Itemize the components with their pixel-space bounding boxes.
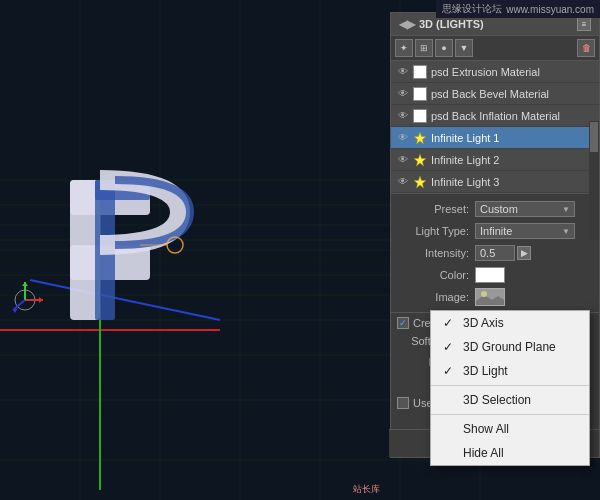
panel-collapse-btn[interactable]: ◀▶ [399, 18, 415, 31]
layer-item-1[interactable]: 👁 psd Back Bevel Material [391, 83, 599, 105]
create-shadows-checkbox[interactable]: ✓ [397, 317, 409, 329]
ctx-item-0[interactable]: ✓ 3D Axis [431, 311, 589, 335]
image-label: Image: [397, 291, 469, 303]
context-menu: ✓ 3D Axis ✓ 3D Ground Plane ✓ 3D Light 3… [430, 310, 590, 466]
ctx-item-1[interactable]: ✓ 3D Ground Plane [431, 335, 589, 359]
ctx-label-5: Hide All [463, 446, 504, 460]
layer-thumb-2 [413, 109, 427, 123]
layer-item-3[interactable]: 👁 Infinite Light 1 [391, 127, 599, 149]
ctx-label-2: 3D Light [463, 364, 508, 378]
ctx-item-2[interactable]: ✓ 3D Light [431, 359, 589, 383]
layer-name-5: Infinite Light 3 [431, 176, 595, 188]
svg-point-45 [481, 291, 487, 297]
lights-toolbar: ✦ ⊞ ● ▼ 🗑 [391, 36, 599, 61]
visibility-icon-2[interactable]: 👁 [395, 108, 411, 124]
color-row: Color: [391, 264, 599, 286]
light-icon-4 [413, 153, 427, 167]
point-light-btn[interactable]: ● [435, 39, 453, 57]
intensity-control: ▶ [475, 245, 531, 261]
corner-watermark-text: 站长库 [353, 484, 380, 494]
scroll-bar[interactable] [589, 121, 599, 241]
color-swatch[interactable] [475, 267, 505, 283]
spot-light-btn[interactable]: ▼ [455, 39, 473, 57]
ctx-item-5[interactable]: Hide All [431, 441, 589, 465]
image-row: Image: [391, 286, 599, 308]
watermark-text2: www.missyuan.com [506, 4, 594, 15]
svg-marker-41 [414, 132, 426, 144]
properties-section: Preset: Custom ▼ Light Type: Infinite ▼ … [391, 194, 599, 312]
intensity-increase-btn[interactable]: ▶ [517, 246, 531, 260]
scroll-thumb [590, 122, 598, 152]
light-type-value: Infinite [480, 225, 512, 237]
light-type-label: Light Type: [397, 225, 469, 237]
ctx-item-4[interactable]: Show All [431, 417, 589, 441]
light-icon-5 [413, 175, 427, 189]
layer-item-0[interactable]: 👁 psd Extrusion Material [391, 61, 599, 83]
visibility-icon-0[interactable]: 👁 [395, 64, 411, 80]
layer-name-4: Infinite Light 2 [431, 154, 595, 166]
corner-watermark: 站长库 [353, 483, 380, 496]
image-preview[interactable] [475, 288, 505, 306]
visibility-icon-1[interactable]: 👁 [395, 86, 411, 102]
preset-row: Preset: Custom ▼ [391, 198, 599, 220]
add-light-btn[interactable]: ✦ [395, 39, 413, 57]
layer-thumb-0 [413, 65, 427, 79]
layer-name-2: psd Back Inflation Material [431, 110, 595, 122]
use-attenuation-checkbox[interactable] [397, 397, 409, 409]
layer-name-1: psd Back Bevel Material [431, 88, 595, 100]
light-type-dropdown[interactable]: Infinite ▼ [475, 223, 575, 239]
panel-menu-btn[interactable]: ≡ [577, 17, 591, 31]
layer-name-0: psd Extrusion Material [431, 66, 595, 78]
visibility-icon-4[interactable]: 👁 [395, 152, 411, 168]
layer-item-4[interactable]: 👁 Infinite Light 2 [391, 149, 599, 171]
intensity-row: Intensity: ▶ [391, 242, 599, 264]
watermark-text1: 思缘设计论坛 [442, 2, 502, 16]
delete-light-btn[interactable]: 🗑 [577, 39, 595, 57]
watermark-bar: 思缘设计论坛 www.missyuan.com [436, 0, 600, 18]
ctx-label-3: 3D Selection [463, 393, 531, 407]
ctx-divider-2 [431, 414, 589, 415]
preset-label: Preset: [397, 203, 469, 215]
light-type-arrow: ▼ [562, 227, 570, 236]
preset-dropdown-arrow: ▼ [562, 205, 570, 214]
panel-title: 3D (LIGHTS) [419, 18, 484, 30]
intensity-input[interactable] [475, 245, 515, 261]
preset-dropdown[interactable]: Custom ▼ [475, 201, 575, 217]
layer-item-2[interactable]: 👁 psd Back Inflation Material [391, 105, 599, 127]
preset-value: Custom [480, 203, 518, 215]
svg-marker-42 [414, 154, 426, 166]
light-type-btn[interactable]: ⊞ [415, 39, 433, 57]
ctx-label-0: 3D Axis [463, 316, 504, 330]
layer-thumb-1 [413, 87, 427, 101]
svg-marker-43 [414, 176, 426, 188]
layer-list: 👁 psd Extrusion Material 👁 psd Back Beve… [391, 61, 599, 194]
ctx-divider-1 [431, 385, 589, 386]
ctx-check-0: ✓ [443, 316, 457, 330]
visibility-icon-3[interactable]: 👁 [395, 130, 411, 146]
light-icon-3 [413, 131, 427, 145]
ctx-check-1: ✓ [443, 340, 457, 354]
light-type-row: Light Type: Infinite ▼ [391, 220, 599, 242]
layer-item-5[interactable]: 👁 Infinite Light 3 [391, 171, 599, 193]
ctx-item-3[interactable]: 3D Selection [431, 388, 589, 412]
intensity-label: Intensity: [397, 247, 469, 259]
ctx-label-4: Show All [463, 422, 509, 436]
visibility-icon-5[interactable]: 👁 [395, 174, 411, 190]
layer-name-3: Infinite Light 1 [431, 132, 595, 144]
ctx-label-1: 3D Ground Plane [463, 340, 556, 354]
ctx-check-2: ✓ [443, 364, 457, 378]
color-label: Color: [397, 269, 469, 281]
